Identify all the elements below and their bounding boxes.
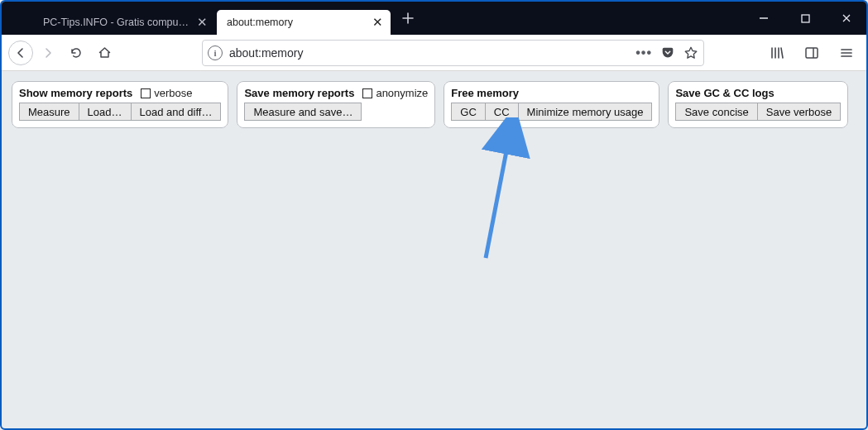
checkbox-label: anonymize xyxy=(376,87,428,99)
sidebar-icon[interactable] xyxy=(798,40,825,66)
menu-icon[interactable] xyxy=(833,40,860,66)
minimize-button[interactable] xyxy=(752,7,775,30)
minimize-memory-button[interactable]: Minimize memory usage xyxy=(519,103,653,121)
tab-title: about:memory xyxy=(227,17,366,28)
load-button[interactable]: Load… xyxy=(79,103,132,121)
save-concise-button[interactable]: Save concise xyxy=(675,103,757,121)
measure-save-button[interactable]: Measure and save… xyxy=(244,103,362,121)
checkbox-icon xyxy=(362,88,372,98)
browser-window: PC-Tips.INFO - Gratis computer tips ✕ ab… xyxy=(0,0,868,430)
anonymize-checkbox[interactable]: anonymize xyxy=(362,87,428,99)
save-verbose-button[interactable]: Save verbose xyxy=(758,103,842,121)
panel-show-memory: Show memory reports verbose Measure Load… xyxy=(12,81,228,128)
svg-line-2 xyxy=(486,130,511,258)
load-diff-button[interactable]: Load and diff… xyxy=(132,103,222,121)
pocket-icon[interactable] xyxy=(660,45,675,60)
verbose-checkbox[interactable]: verbose xyxy=(141,87,192,99)
home-button[interactable] xyxy=(91,40,117,66)
tab-inactive[interactable]: PC-Tips.INFO - Gratis computer tips ✕ xyxy=(33,10,215,35)
url-text: about:memory xyxy=(228,46,631,60)
star-icon[interactable] xyxy=(683,45,698,60)
annotation-arrow xyxy=(465,117,548,266)
tab-title: PC-Tips.INFO - Gratis computer tips xyxy=(43,17,190,28)
info-icon[interactable]: i xyxy=(208,45,223,60)
panel-title: Free memory xyxy=(451,87,519,99)
panel-save-memory: Save memory reports anonymize Measure an… xyxy=(237,81,435,128)
cc-button[interactable]: CC xyxy=(486,103,519,121)
panel-title: Show memory reports xyxy=(19,87,132,99)
panel-free-memory: Free memory GC CC Minimize memory usage xyxy=(444,81,659,128)
new-tab-button[interactable] xyxy=(397,7,419,29)
reload-button[interactable] xyxy=(63,40,89,66)
back-button[interactable] xyxy=(8,41,33,65)
window-close-button[interactable] xyxy=(835,7,858,30)
checkbox-icon xyxy=(141,88,151,98)
panel-title: Save GC & CC logs xyxy=(675,87,774,99)
toolbar: i about:memory ••• xyxy=(2,35,866,71)
toolbar-right xyxy=(722,40,860,66)
svg-rect-0 xyxy=(802,15,809,22)
close-icon[interactable]: ✕ xyxy=(371,16,384,29)
panel-title: Save memory reports xyxy=(244,87,354,99)
measure-button[interactable]: Measure xyxy=(19,103,79,121)
tab-active[interactable]: about:memory ✕ xyxy=(217,10,391,35)
maximize-button[interactable] xyxy=(794,7,817,30)
title-bar: PC-Tips.INFO - Gratis computer tips ✕ ab… xyxy=(2,2,866,35)
panel-save-logs: Save GC & CC logs Save concise Save verb… xyxy=(668,81,848,128)
page-actions-icon[interactable]: ••• xyxy=(635,45,652,60)
page-content: Show memory reports verbose Measure Load… xyxy=(2,71,866,138)
url-actions: ••• xyxy=(635,45,698,60)
checkbox-label: verbose xyxy=(154,87,192,99)
close-icon[interactable]: ✕ xyxy=(195,16,209,29)
url-bar[interactable]: i about:memory ••• xyxy=(202,40,704,66)
svg-rect-1 xyxy=(806,48,818,58)
window-controls xyxy=(752,2,866,35)
tab-strip: PC-Tips.INFO - Gratis computer tips ✕ ab… xyxy=(2,2,419,35)
gc-button[interactable]: GC xyxy=(451,103,486,121)
forward-button[interactable] xyxy=(35,40,61,66)
library-icon[interactable] xyxy=(764,40,790,66)
